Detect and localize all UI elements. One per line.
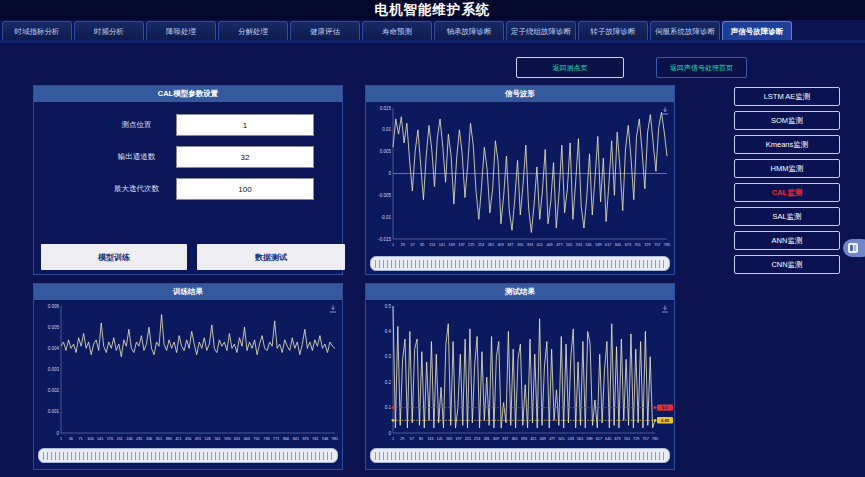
svg-text:169: 169 [449,243,455,247]
svg-text:421: 421 [530,437,536,441]
svg-text:337: 337 [502,437,508,441]
model-button-som[interactable]: SOM监测 [734,111,840,130]
tab-stator-winding-fault[interactable]: 定子绕组故障诊断 [506,21,576,40]
tab-underline [0,40,865,43]
svg-text:505: 505 [558,437,564,441]
svg-text:141: 141 [97,437,103,441]
svg-text:673: 673 [625,243,631,247]
train-result-title: 训练结果 [34,284,342,300]
svg-text:351: 351 [156,437,162,441]
svg-text:911: 911 [312,437,318,441]
svg-text:0.05: 0.05 [661,418,670,423]
tab-time-frequency[interactable]: 时频分析 [74,21,144,40]
param-label-max-iterations: 最大迭代次数 [84,178,189,200]
datazoom-slider[interactable] [370,448,670,463]
tab-time-domain-index[interactable]: 时域指标分析 [2,21,72,40]
svg-text:0.1: 0.1 [662,405,668,410]
model-button-sal[interactable]: SAL监测 [734,207,840,226]
model-train-button[interactable]: 模型训练 [41,244,187,270]
model-button-cnn[interactable]: CNN监测 [734,255,840,274]
return-sound-home-button[interactable]: 返回声信号处理首页 [656,57,747,78]
app-header: 电机智能维护系统 [0,0,865,20]
svg-text:757: 757 [642,437,648,441]
svg-text:449: 449 [546,243,552,247]
svg-text:729: 729 [633,437,639,441]
svg-text:197: 197 [458,243,464,247]
svg-text:0.015: 0.015 [380,106,392,111]
data-test-button[interactable]: 数据测试 [197,244,345,270]
svg-text:113: 113 [427,437,433,441]
model-button-lstm-ae[interactable]: LSTM AE监测 [734,87,840,106]
param-label-output-channels: 输出通道数 [84,146,189,168]
svg-text:316: 316 [146,437,152,441]
svg-text:57: 57 [410,243,414,247]
svg-text:449: 449 [540,437,546,441]
svg-text:106: 106 [87,437,93,441]
param-input-max-iterations[interactable] [176,178,314,200]
return-measure-point-button[interactable]: 返回测点页 [516,57,624,78]
svg-text:-0.01: -0.01 [381,215,392,220]
datazoom-slider[interactable] [370,256,670,271]
tab-rotor-fault[interactable]: 转子故障诊断 [578,21,648,40]
cal-parameter-panel-title: CAL模型参数设置 [34,86,342,102]
model-button-ann[interactable]: ANN监测 [734,231,840,250]
tab-denoise[interactable]: 降噪处理 [146,21,216,40]
svg-text:337: 337 [507,243,513,247]
svg-text:225: 225 [465,437,471,441]
svg-text:0.006: 0.006 [48,304,60,309]
svg-text:533: 533 [576,243,582,247]
tab-bar: 时域指标分析时频分析降噪处理分解处理健康评估寿命预测轴承故障诊断定子绕组故障诊断… [2,21,792,40]
svg-text:0.2: 0.2 [385,380,392,385]
param-input-point-position[interactable] [176,114,314,136]
svg-text:561: 561 [586,243,592,247]
side-widget-toggle[interactable] [843,239,865,257]
svg-text:505: 505 [566,243,572,247]
tab-life-predict[interactable]: 寿命预测 [362,21,432,40]
save-image-icon[interactable] [661,305,669,313]
svg-text:0.005: 0.005 [380,149,392,154]
svg-text:421: 421 [537,243,543,247]
test-result-title: 测试结果 [366,284,674,300]
test-result-chart: 0.50.40.30.20.10129578511314116919722525… [367,300,675,446]
param-label-point-position: 测点位置 [84,114,189,136]
svg-text:0.004: 0.004 [48,346,60,351]
tab-acoustic-fault[interactable]: 声信号故障诊断 [722,21,792,40]
param-input-output-channels[interactable] [176,146,314,168]
svg-text:771: 771 [273,437,279,441]
panel-icon [848,243,858,253]
svg-text:197: 197 [455,437,461,441]
model-button-cal[interactable]: CAL监测 [734,183,840,202]
svg-text:0.01: 0.01 [382,127,391,132]
svg-text:113: 113 [429,243,435,247]
svg-text:589: 589 [595,243,601,247]
svg-text:365: 365 [517,243,523,247]
svg-text:477: 477 [549,437,555,441]
save-image-icon[interactable] [329,305,337,313]
svg-text:281: 281 [488,243,494,247]
svg-text:85: 85 [420,243,424,247]
tab-health-eval[interactable]: 健康评估 [290,21,360,40]
tab-servo-fault[interactable]: 伺服系统故障诊断 [650,21,720,40]
tab-decompose[interactable]: 分解处理 [218,21,288,40]
svg-text:393: 393 [527,243,533,247]
svg-text:169: 169 [446,437,452,441]
svg-text:0: 0 [388,431,391,436]
svg-text:617: 617 [596,437,602,441]
svg-text:806: 806 [283,437,289,441]
svg-text:1: 1 [392,243,394,247]
svg-text:141: 141 [437,437,443,441]
tab-bearing-fault[interactable]: 轴承故障诊断 [434,21,504,40]
svg-text:757: 757 [654,243,660,247]
svg-text:0.3: 0.3 [385,354,392,359]
svg-text:29: 29 [400,437,404,441]
svg-text:57: 57 [410,437,414,441]
svg-text:-0.005: -0.005 [378,193,391,198]
svg-text:477: 477 [556,243,562,247]
model-button-hmm[interactable]: HMM监测 [734,159,840,178]
svg-text:645: 645 [615,243,621,247]
datazoom-slider[interactable] [38,448,338,463]
save-image-icon[interactable] [661,107,669,115]
param-row-point-position: 测点位置 [34,114,342,136]
model-button-kmeans[interactable]: Kmeans监测 [734,135,840,154]
svg-text:0: 0 [388,171,391,176]
